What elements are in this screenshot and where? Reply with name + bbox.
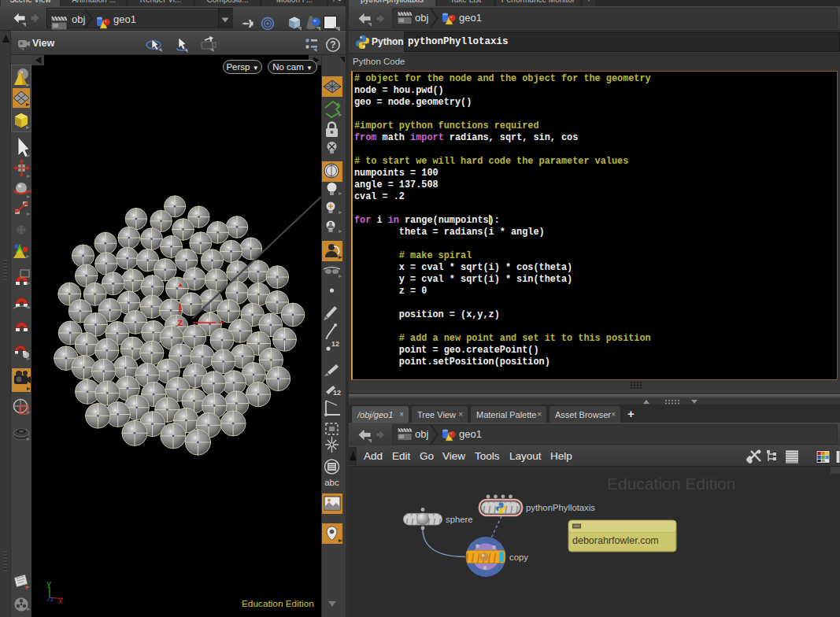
svg-text:12: 12 <box>333 389 341 397</box>
svg-text:z: z <box>50 594 54 603</box>
svg-text:y: y <box>47 578 52 588</box>
svg-text:copy: copy <box>509 552 528 562</box>
svg-text:z: z <box>177 317 183 329</box>
svg-text:abc: abc <box>324 478 339 487</box>
svg-text:sphere: sphere <box>446 515 473 524</box>
svg-text:pythonPhyllotaxis: pythonPhyllotaxis <box>526 503 595 512</box>
svg-text:deborahrfowler.com: deborahrfowler.com <box>572 535 659 546</box>
svg-text:12: 12 <box>331 340 339 348</box>
svg-text:x: x <box>58 596 63 605</box>
svg-text:?: ? <box>330 39 335 50</box>
